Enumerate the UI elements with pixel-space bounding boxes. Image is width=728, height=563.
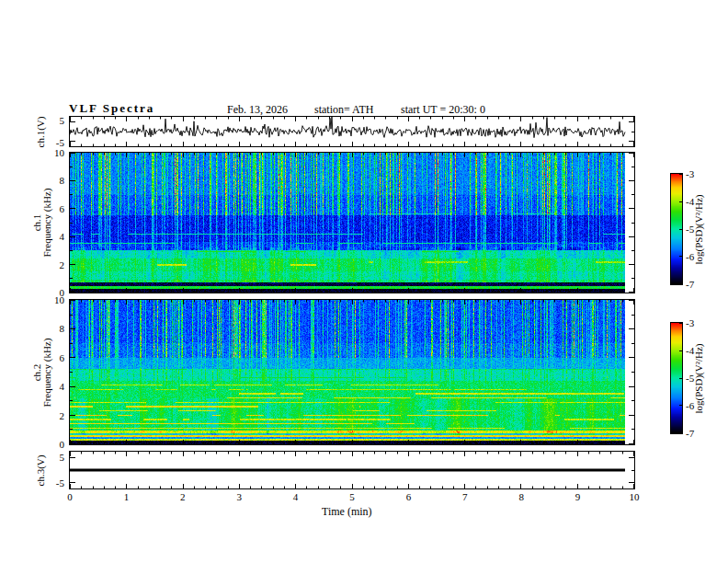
- figure-title: VLF Spectra: [69, 101, 154, 116]
- x-axis-tick-label: 8: [510, 491, 532, 502]
- x-axis-tick-label: 6: [397, 491, 419, 502]
- cb1-tick-label: -3: [686, 168, 708, 179]
- x-axis-tick-label: 0: [59, 491, 81, 502]
- x-axis-tick-label: 2: [172, 491, 194, 502]
- colorbar1-canvas: [671, 174, 682, 284]
- wave3-ytick-label: -5: [40, 477, 64, 488]
- cb1-tick-label: -6: [686, 251, 708, 262]
- spec1-ytick-label: 2: [40, 259, 64, 270]
- x-axis-tick-label: 4: [285, 491, 307, 502]
- x-axis-tick-label: 9: [567, 491, 589, 502]
- x-axis-tick-label: 3: [228, 491, 250, 502]
- wave1-ytick-label: 5: [40, 115, 64, 126]
- ch1-spectrogram-panel: [69, 152, 635, 293]
- ch2-spectrogram-panel: [69, 299, 635, 445]
- x-axis-tick-label: 7: [454, 491, 476, 502]
- ch1-spectrogram-canvas: [70, 153, 634, 293]
- colorbar1: [670, 173, 683, 285]
- spec1-ytick-label: 10: [40, 147, 64, 158]
- cb2-tick-label: -4: [686, 345, 708, 356]
- cb1-tick-label: -7: [686, 279, 708, 290]
- spec1-ytick-label: 8: [40, 175, 64, 186]
- x-axis-tick-label: 1: [115, 491, 137, 502]
- spec1-ytick-label: 6: [40, 203, 64, 214]
- cb2-tick-label: -5: [686, 373, 708, 384]
- colorbar2: [670, 322, 683, 434]
- header-station: station= ATH: [314, 103, 373, 117]
- vlf-spectra-figure: VLF Spectra Feb. 13, 2026 station= ATH s…: [0, 0, 728, 563]
- spec2-ytick-label: 8: [40, 323, 64, 334]
- wave3-ytick-label: 5: [40, 452, 64, 463]
- spec2-ytick-label: 6: [40, 352, 64, 363]
- cb2-tick-label: -7: [686, 428, 708, 439]
- spec2-ytick-label: 0: [40, 439, 64, 450]
- cb1-tick-label: -5: [686, 224, 708, 235]
- spec2-ytick-label: 2: [40, 410, 64, 421]
- x-axis-tick-label: 10: [623, 491, 645, 502]
- spec1-ytick-label: 4: [40, 231, 64, 242]
- ch1-waveform-canvas: [70, 117, 634, 146]
- header-date: Feb. 13, 2026: [227, 103, 288, 117]
- x-axis-tick-label: 5: [341, 491, 363, 502]
- ch3-waveform-panel: [69, 451, 635, 489]
- ch3-waveform-canvas: [70, 452, 634, 488]
- x-axis-title: Time (min): [322, 505, 372, 519]
- spec2-ytick-label: 4: [40, 381, 64, 392]
- ch1-waveform-panel: [69, 116, 635, 147]
- spec2-ytick-label: 10: [40, 294, 64, 305]
- cb2-tick-label: -3: [686, 317, 708, 328]
- cb2-tick-label: -6: [686, 400, 708, 411]
- cb1-tick-label: -4: [686, 196, 708, 207]
- ch2-spectrogram-canvas: [70, 300, 634, 444]
- colorbar2-canvas: [671, 323, 682, 433]
- wave1-ytick-label: -5: [40, 137, 64, 148]
- header-start-ut: start UT = 20:30: 0: [401, 103, 485, 117]
